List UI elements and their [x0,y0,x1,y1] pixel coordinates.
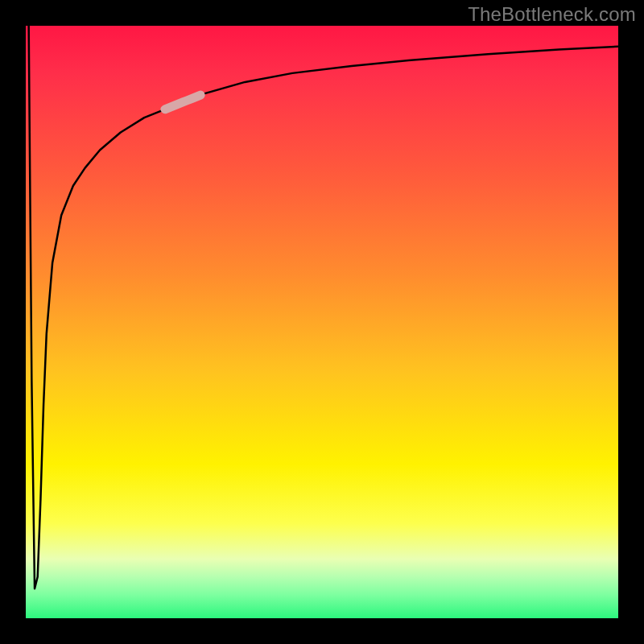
curve-layer [26,26,618,618]
watermark-text: TheBottleneck.com [468,3,636,26]
gradient-plot-area [26,26,618,618]
bottleneck-curve-path [29,26,618,588]
chart-frame: TheBottleneck.com [0,0,644,644]
highlight-segment [165,95,200,109]
